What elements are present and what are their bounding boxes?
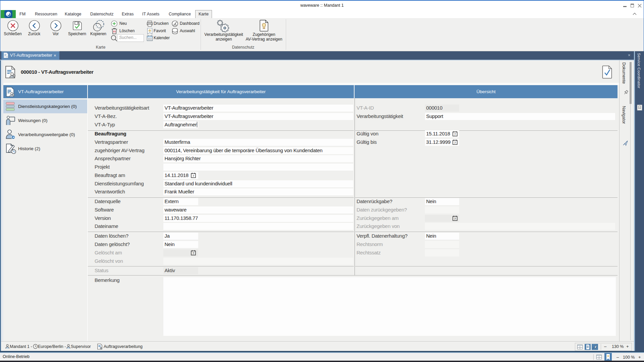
svg-text:7: 7 [193,174,194,178]
svg-text:7: 7 [193,252,194,255]
svg-text:7: 7 [454,141,456,144]
svg-text:7: 7 [454,217,456,221]
svg-text:7: 7 [454,133,456,136]
